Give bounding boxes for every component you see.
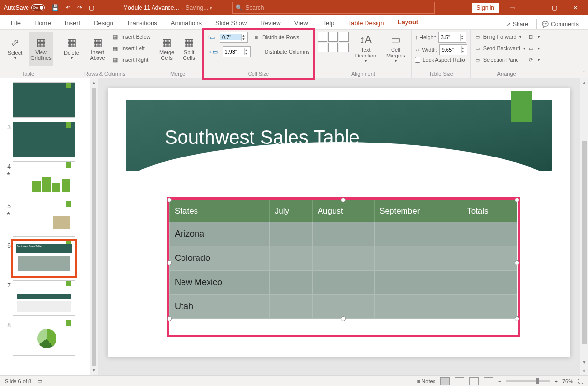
slideshow-view-icon[interactable]	[484, 377, 493, 385]
resize-handle[interactable]	[341, 316, 346, 321]
align-button[interactable]: ⊞▾	[527, 32, 540, 42]
table-cell[interactable]	[312, 295, 374, 319]
table-cell[interactable]	[375, 271, 462, 295]
insert-below-button[interactable]: ▦Insert Below	[112, 32, 151, 42]
thumbnail-row[interactable]: 4★	[0, 159, 90, 199]
table-cell[interactable]: Colorado	[169, 246, 269, 271]
resize-handle[interactable]	[515, 260, 519, 265]
thumbnail[interactable]	[13, 122, 75, 157]
thumbnail[interactable]	[13, 161, 75, 197]
thumbnail-row[interactable]: 5★	[0, 199, 90, 239]
table-cell[interactable]	[375, 295, 462, 319]
tab-transitions[interactable]: Transitions	[120, 16, 164, 29]
insert-left-button[interactable]: ▦Insert Left	[112, 43, 151, 53]
table-cell[interactable]	[269, 246, 312, 271]
signin-button[interactable]: Sign in	[472, 3, 499, 13]
thumbnail[interactable]	[13, 82, 75, 118]
tab-tabledesign[interactable]: Table Design	[341, 16, 391, 29]
resize-handle[interactable]	[167, 260, 172, 265]
table-header-cell[interactable]: July	[269, 200, 312, 222]
cell-margins-button[interactable]: ▭Cell Margins▾	[382, 32, 408, 66]
split-cells-button[interactable]: ▦Split Cells	[179, 32, 199, 66]
table-cell[interactable]	[312, 246, 374, 271]
thumbnail-row[interactable]: 8	[0, 318, 90, 357]
reading-view-icon[interactable]	[469, 377, 479, 385]
tab-design[interactable]: Design	[87, 16, 120, 29]
vertical-scrollbar[interactable]: ▲ ▼ ⇕	[580, 78, 588, 375]
table-header-cell[interactable]: September	[375, 200, 462, 222]
close-icon[interactable]: ✕	[567, 3, 584, 13]
slide-canvas[interactable]: Southwest Sales Table StatesJulyAugustSe…	[98, 78, 580, 375]
table-cell[interactable]: New Mexico	[169, 271, 269, 295]
tab-slideshow[interactable]: Slide Show	[209, 16, 253, 29]
thumbnail[interactable]	[13, 280, 75, 316]
accessibility-icon[interactable]: ▭	[37, 378, 42, 384]
group-button[interactable]: ▭▾	[527, 43, 540, 53]
table-cell[interactable]: Arizona	[169, 222, 269, 246]
resize-handle[interactable]	[167, 198, 172, 202]
insert-above-button[interactable]: ▦Insert Above	[85, 32, 110, 66]
rotate-button[interactable]: ⟳▾	[527, 55, 540, 65]
table-cell[interactable]	[375, 246, 462, 271]
resize-handle[interactable]	[515, 198, 519, 202]
thumbnail-row[interactable]: 3	[0, 120, 90, 159]
text-direction-button[interactable]: ↕AText Direction▾	[352, 32, 378, 66]
table-cell[interactable]	[269, 271, 312, 295]
thumbnail-row[interactable]: 7	[0, 278, 90, 318]
lock-aspect-checkbox[interactable]: Lock Aspect Ratio	[415, 57, 465, 63]
search-box[interactable]: 🔍	[232, 2, 435, 14]
thumbnail-row[interactable]: 6Southwest Sales Table	[0, 239, 90, 278]
table-row[interactable]: Colorado	[169, 246, 517, 271]
fit-window-icon[interactable]: ⛶	[578, 378, 583, 384]
zoom-out-icon[interactable]: −	[498, 378, 501, 384]
tab-file[interactable]: File	[4, 16, 28, 29]
select-button[interactable]: ⬀Select▾	[3, 32, 27, 66]
normal-view-icon[interactable]	[440, 377, 450, 385]
zoom-slider[interactable]	[506, 380, 550, 382]
merge-cells-button[interactable]: ▦Merge Cells	[157, 32, 177, 66]
thumbnail[interactable]: Southwest Sales Table	[13, 241, 75, 276]
table-row[interactable]: New Mexico	[169, 271, 517, 295]
table-header-cell[interactable]: States	[169, 200, 269, 222]
slide-counter[interactable]: Slide 6 of 8	[5, 378, 31, 384]
minimize-icon[interactable]: —	[524, 3, 542, 13]
view-gridlines-button[interactable]: ▦View Gridlines	[29, 32, 53, 66]
table-cell[interactable]	[462, 295, 517, 319]
tab-help[interactable]: Help	[315, 16, 341, 29]
autosave-toggle[interactable]: AutoSave On	[4, 4, 45, 11]
table-header-cell[interactable]: August	[312, 200, 374, 222]
send-backward-button[interactable]: ▭Send Backward▾	[474, 43, 525, 53]
col-width-input[interactable]: ▲▼	[223, 46, 251, 57]
table-row[interactable]: Arizona	[169, 222, 517, 246]
resize-handle[interactable]	[515, 316, 519, 321]
resize-handle[interactable]	[341, 198, 346, 202]
search-input[interactable]	[246, 4, 432, 11]
table-header-cell[interactable]: Totals	[462, 200, 517, 222]
table-cell[interactable]	[312, 271, 374, 295]
resize-handle[interactable]	[167, 316, 172, 321]
row-height-input[interactable]: ▲▼	[220, 32, 248, 43]
thumbnail[interactable]	[13, 201, 75, 237]
slideshow-icon[interactable]: ▢	[89, 4, 94, 11]
table-cell[interactable]	[269, 222, 312, 246]
selection-pane-button[interactable]: ▭Selection Pane	[474, 55, 525, 65]
undo-icon[interactable]: ↶	[66, 4, 70, 11]
thumbnail[interactable]	[13, 320, 75, 356]
distribute-rows-button[interactable]: ≡Distribute Rows	[252, 32, 299, 42]
sorter-view-icon[interactable]	[455, 377, 464, 385]
zoom-in-icon[interactable]: +	[555, 378, 558, 384]
text-align-grid[interactable]	[318, 32, 349, 52]
redo-icon[interactable]: ↷	[77, 4, 82, 11]
table-cell[interactable]	[462, 222, 517, 246]
comments-button[interactable]: 💬Comments	[536, 19, 584, 29]
share-button[interactable]: ↗Share	[501, 19, 533, 29]
table-height-input[interactable]: ▲▼	[438, 32, 466, 43]
tab-layout[interactable]: Layout	[391, 15, 425, 29]
slide-title[interactable]: Southwest Sales Table	[165, 127, 360, 148]
thumbnail-row[interactable]	[0, 80, 90, 120]
insert-right-button[interactable]: ▦Insert Right	[112, 55, 151, 65]
notes-button[interactable]: ≡ Notes	[417, 378, 435, 384]
ribbon-display-icon[interactable]: ▭	[503, 3, 520, 13]
table-cell[interactable]	[269, 295, 312, 319]
table-width-input[interactable]: ▲▼	[439, 44, 467, 55]
